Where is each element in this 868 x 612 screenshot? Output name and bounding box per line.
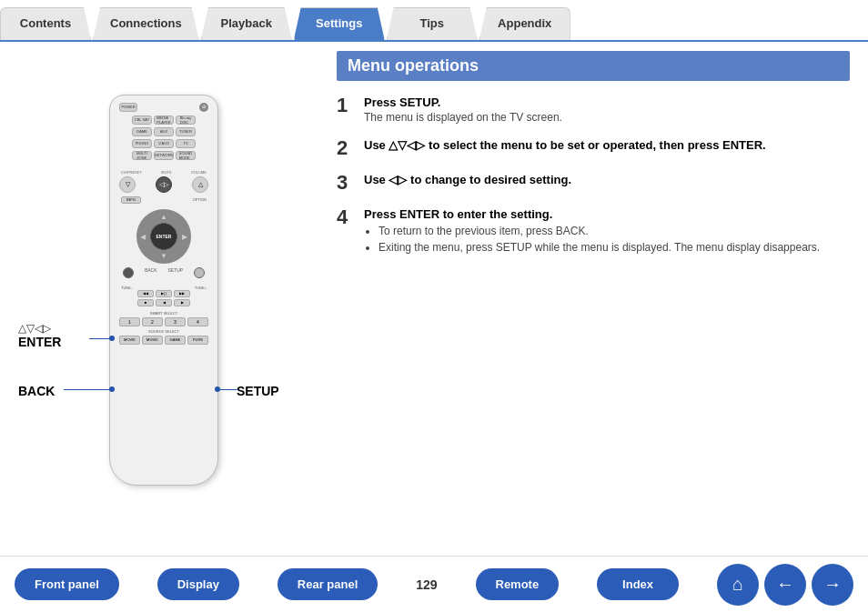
remote-image: POWER ⏻ CBL·SAT MEDIAPLAYER Blu-rayDISC …: [109, 95, 218, 486]
step-1: 1 Press SETUP. The menu is displayed on …: [337, 95, 850, 124]
back-arrow-line: [64, 389, 111, 391]
setup-arrow-dot: [215, 386, 220, 392]
setup-arrow-line: [218, 389, 238, 391]
rear-panel-button[interactable]: Rear panel: [278, 568, 378, 600]
main-content: POWER ⏻ CBL·SAT MEDIAPLAYER Blu-rayDISC …: [0, 42, 868, 556]
tab-contents[interactable]: Contents: [0, 7, 91, 40]
enter-arrow-dot: [109, 336, 115, 341]
tab-settings[interactable]: Settings: [294, 7, 385, 40]
front-panel-button[interactable]: Front panel: [15, 568, 119, 600]
page-number: 129: [416, 577, 437, 592]
enter-callout-label: △▽◁▷ ENTER: [18, 322, 61, 349]
enter-arrow-line: [89, 338, 111, 340]
instructions-section: Menu operations 1 Press SETUP. The menu …: [328, 51, 850, 547]
step-4-bullets: To return to the previous item, press BA…: [364, 225, 850, 254]
display-button[interactable]: Display: [157, 568, 239, 600]
step-2: 2 Use △▽◁▷ to select the menu to be set …: [337, 138, 850, 158]
section-title: Menu operations: [337, 51, 850, 81]
index-button[interactable]: Index: [597, 568, 679, 600]
bullet-2: Exiting the menu, press SETUP while the …: [378, 241, 850, 254]
bullet-1: To return to the previous item, press BA…: [378, 225, 850, 237]
top-navigation: Contents Connections Playback Settings T…: [0, 0, 868, 42]
tab-appendix[interactable]: Appendix: [479, 7, 570, 40]
bottom-navigation: Front panel Display Rear panel 129 Remot…: [0, 556, 868, 612]
step-3: 3 Use ◁▷ to change to desired setting.: [337, 173, 850, 193]
home-button[interactable]: ⌂: [717, 564, 759, 606]
tab-connections[interactable]: Connections: [93, 7, 199, 40]
tab-playback[interactable]: Playback: [201, 7, 292, 40]
forward-nav-button[interactable]: →: [812, 564, 853, 606]
setup-callout-label: SETUP: [237, 384, 279, 398]
remote-button[interactable]: Remote: [476, 568, 560, 600]
tab-tips[interactable]: Tips: [387, 7, 478, 40]
back-arrow-dot: [109, 386, 115, 392]
back-callout-label: BACK: [18, 384, 55, 398]
nav-icons: ⌂ ← →: [717, 564, 853, 606]
back-nav-button[interactable]: ←: [764, 564, 806, 606]
remote-section: POWER ⏻ CBL·SAT MEDIAPLAYER Blu-rayDISC …: [18, 51, 309, 547]
step-4: 4 Press ENTER to enter the setting. To r…: [337, 207, 850, 257]
